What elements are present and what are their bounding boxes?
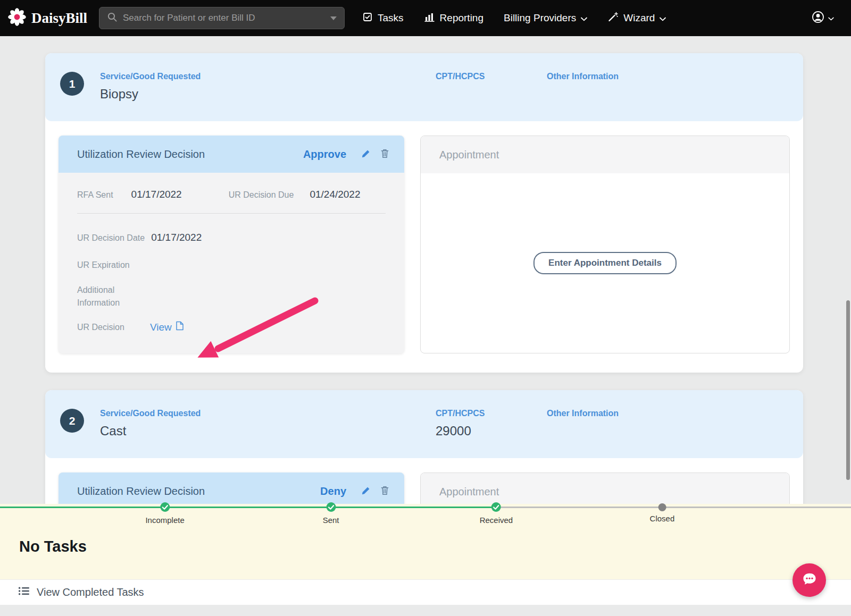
user-menu[interactable] <box>812 11 834 26</box>
step-label: Sent <box>323 516 339 525</box>
cpt-hcpcs-label: CPT/HCPCS <box>436 409 547 418</box>
enter-appointment-details-button[interactable]: Enter Appointment Details <box>533 252 677 274</box>
service-requested-label: Service/Good Requested <box>100 72 436 81</box>
top-nav: DaisyBill Tasks <box>0 0 851 36</box>
daisy-logo-icon <box>7 7 27 29</box>
appointment-title: Appointment <box>439 486 499 498</box>
service-card-1: 1 Service/Good Requested Biopsy CPT/HCPC… <box>45 53 803 373</box>
step-sent: Sent <box>323 504 339 525</box>
ur-expiration-label: UR Expiration <box>77 260 130 269</box>
sheet-background <box>0 605 851 616</box>
chevron-down-icon <box>581 12 587 24</box>
search-caret-icon[interactable] <box>330 16 337 20</box>
chevron-down-icon <box>828 13 834 23</box>
ur-decision-date-value: 01/17/2022 <box>151 232 202 243</box>
ur-panel-title: Utilization Review Decision <box>77 148 303 161</box>
page: DaisyBill Tasks <box>0 0 851 616</box>
appointment-panel-header: Appointment <box>421 136 789 173</box>
view-ur-decision-link[interactable]: View <box>150 321 184 333</box>
nav-item-reporting[interactable]: Reporting <box>414 0 494 36</box>
service-requested-label: Service/Good Requested <box>100 409 436 418</box>
other-information-label: Other Information <box>547 72 803 81</box>
trash-icon <box>380 148 389 160</box>
cpt-hcpcs-value: 29000 <box>436 424 547 438</box>
nav-billing-providers-label: Billing Providers <box>504 12 576 24</box>
nav-item-tasks[interactable]: Tasks <box>352 0 414 36</box>
step-incomplete: Incomplete <box>145 504 184 525</box>
ur-panel-title: Utilization Review Decision <box>77 485 320 497</box>
ur-decision-due-value: 01/24/2022 <box>310 189 360 200</box>
delete-ur-decision-button[interactable] <box>378 146 391 162</box>
service-1-header: 1 Service/Good Requested Biopsy CPT/HCPC… <box>45 53 803 121</box>
appointment-panel: Appointment Enter Appointment Details <box>420 136 790 353</box>
nav-wizard-label: Wizard <box>623 12 655 24</box>
search-icon <box>107 12 118 24</box>
appointment-title: Appointment <box>439 149 499 161</box>
rfa-sent-label: RFA Sent <box>77 190 113 200</box>
tasks-bottom-sheet: Incomplete Sent Received <box>0 504 851 616</box>
pdf-icon <box>176 321 184 333</box>
ur-decision-value: Deny <box>320 485 346 497</box>
chevron-down-icon <box>660 12 666 24</box>
ur-decision-panel-header: Utilization Review Decision Approve <box>59 136 404 173</box>
list-icon <box>18 586 30 598</box>
ur-decision-doc-label: UR Decision <box>77 323 124 332</box>
other-information-label: Other Information <box>547 409 803 418</box>
user-icon <box>812 11 824 26</box>
nav-links: Tasks Reporting Billing Providers <box>352 0 676 36</box>
brand[interactable]: DaisyBill <box>7 7 87 29</box>
bill-status-stepper: Incomplete Sent Received <box>0 504 851 528</box>
ur-decision-panel: Utilization Review Decision Approve <box>59 136 404 353</box>
step-label: Closed <box>650 514 675 523</box>
brand-name: DaisyBill <box>31 10 87 27</box>
reporting-icon <box>424 12 435 25</box>
step-closed: Closed <box>650 504 675 523</box>
progress-track-complete <box>0 507 496 508</box>
nav-item-billing-providers[interactable]: Billing Providers <box>494 0 597 36</box>
check-icon <box>326 502 336 512</box>
view-completed-tasks-label: View Completed Tasks <box>37 586 144 598</box>
service-requested-value: Biopsy <box>100 87 436 102</box>
pending-dot-icon <box>658 503 666 511</box>
service-requested-value: Cast <box>100 424 436 438</box>
check-icon <box>160 502 170 512</box>
nav-item-wizard[interactable]: Wizard <box>597 0 676 36</box>
trash-icon <box>380 485 389 497</box>
step-received: Received <box>480 504 513 525</box>
view-link-label: View <box>150 322 172 333</box>
nav-tasks-label: Tasks <box>378 12 404 24</box>
search-input[interactable] <box>123 13 326 23</box>
search-box[interactable] <box>99 7 345 29</box>
chat-bubble-icon <box>800 570 819 590</box>
delete-ur-decision-button[interactable] <box>378 483 391 499</box>
ur-decision-panel-body: RFA Sent 01/17/2022 UR Decision Due 01/2… <box>59 173 404 353</box>
additional-information-label: Additional Information <box>77 285 120 307</box>
pencil-icon <box>361 486 371 497</box>
chat-button[interactable] <box>792 563 826 597</box>
scrollbar-thumb[interactable] <box>846 300 850 480</box>
check-icon <box>491 502 501 512</box>
service-2-header: 2 Service/Good Requested Cast CPT/HCPCS … <box>45 390 803 458</box>
nav-reporting-label: Reporting <box>440 12 483 24</box>
rfa-sent-value: 01/17/2022 <box>131 189 182 200</box>
ur-decision-value: Approve <box>303 148 346 161</box>
view-completed-tasks-link[interactable]: View Completed Tasks <box>0 579 851 605</box>
step-label: Incomplete <box>145 516 184 525</box>
service-1-number-badge: 1 <box>60 72 84 96</box>
cpt-hcpcs-label: CPT/HCPCS <box>436 72 547 81</box>
edit-ur-decision-button[interactable] <box>359 147 373 162</box>
tasks-icon <box>362 12 373 25</box>
ur-decision-date-label: UR Decision Date <box>77 233 145 243</box>
no-tasks-title: No Tasks <box>19 538 851 555</box>
service-2-number-badge: 2 <box>60 409 84 433</box>
edit-ur-decision-button[interactable] <box>359 484 373 499</box>
ur-decision-due-label: UR Decision Due <box>229 190 294 200</box>
wizard-wand-icon <box>607 12 619 25</box>
step-label: Received <box>480 516 513 525</box>
pencil-icon <box>361 149 371 160</box>
